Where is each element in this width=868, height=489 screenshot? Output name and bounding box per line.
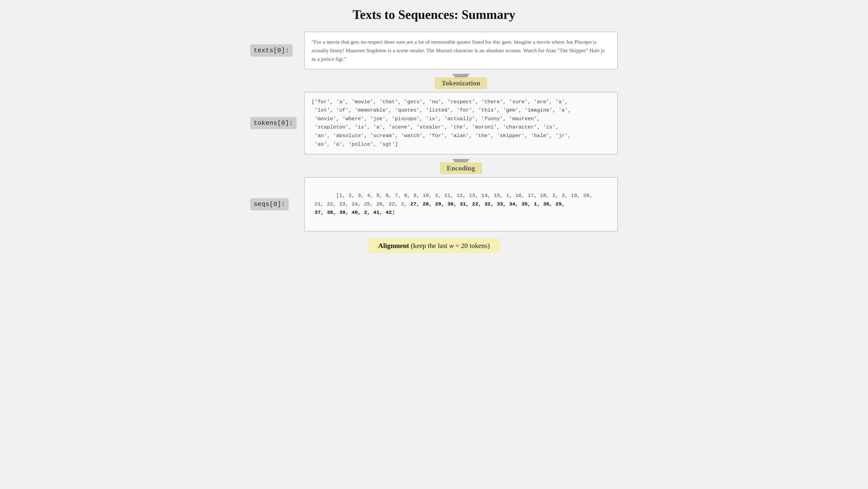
seqs-content: [1, 2, 3, 4, 5, 6, 7, 8, 9, 10, 2, 11, 1… xyxy=(304,177,618,231)
texts-content: “For a movie that gets no respect there … xyxy=(304,32,618,69)
alignment-eq: = 20 tokens) xyxy=(454,242,490,250)
tokens-row: tokens[0]: ['for', 'a', 'movie', 'that',… xyxy=(250,92,618,155)
seqs-label-col: seqs[0]: xyxy=(250,198,304,210)
seqs-end: ] xyxy=(392,210,395,215)
tokens-label-col: tokens[0]: xyxy=(250,117,304,129)
alignment-italic-w: w xyxy=(449,242,454,250)
texts-box: “For a movie that gets no respect there … xyxy=(304,32,618,69)
encoding-arrow-content: Encoding xyxy=(304,156,618,175)
tokens-label: tokens[0]: xyxy=(250,117,297,129)
seqs-row: seqs[0]: [1, 2, 3, 4, 5, 6, 7, 8, 9, 10,… xyxy=(250,177,618,231)
texts-row: texts[0]: “For a movie that gets no resp… xyxy=(250,32,618,69)
seqs-box: [1, 2, 3, 4, 5, 6, 7, 8, 9, 10, 2, 11, 1… xyxy=(304,177,618,231)
alignment-bold: Alignment xyxy=(378,242,409,250)
tokenization-arrow-content: Tokenization xyxy=(304,71,618,90)
tokens-box: ['for', 'a', 'movie', 'that', 'gets', 'n… xyxy=(304,92,618,155)
tokenization-arrow-row: Tokenization xyxy=(250,71,618,90)
encoding-label: Encoding xyxy=(440,162,482,174)
seqs-label: seqs[0]: xyxy=(250,198,289,210)
texts-label: texts[0]: xyxy=(250,45,292,57)
encoding-arrow-row: Encoding xyxy=(250,156,618,175)
tokens-content: ['for', 'a', 'movie', 'that', 'gets', 'n… xyxy=(304,92,618,155)
alignment-box: Alignment (keep the last w = 20 tokens) xyxy=(368,238,499,253)
alignment-row: Alignment (keep the last w = 20 tokens) xyxy=(250,238,618,253)
tokenization-label: Tokenization xyxy=(435,77,487,89)
alignment-normal: (keep the last xyxy=(409,242,449,250)
main-layout: texts[0]: “For a movie that gets no resp… xyxy=(250,32,618,253)
page-title: Texts to Sequences: Summary xyxy=(10,7,858,22)
texts-label-col: texts[0]: xyxy=(250,45,304,57)
